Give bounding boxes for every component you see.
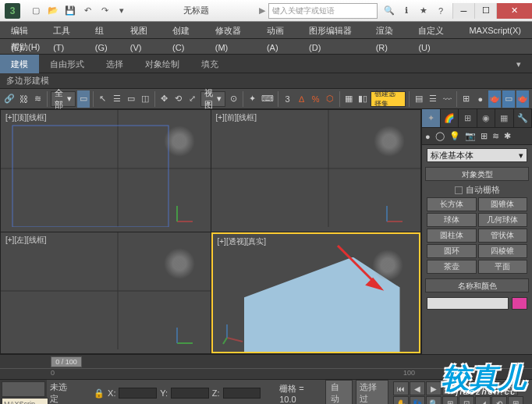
walk-icon[interactable]: 👣 [410,396,425,404]
select-name-icon[interactable]: ☰ [111,90,123,108]
bind-icon[interactable]: ≋ [31,90,44,108]
coord-z-input[interactable] [223,388,261,399]
menu-customize[interactable]: 自定义(U) [410,22,461,39]
coord-y-input[interactable] [171,388,209,399]
menu-views[interactable]: 视图(V) [122,22,165,39]
selection-filter[interactable]: 全部▾ [51,91,76,107]
menu-group[interactable]: 组(G) [87,22,122,39]
search-input[interactable]: 键入关键字或短语 [268,3,378,19]
btn-teapot[interactable]: 茶壶 [427,260,477,274]
btn-box[interactable]: 长方体 [427,197,477,211]
menu-modifiers[interactable]: 修改器(M) [207,22,259,39]
manipulate-icon[interactable]: ✦ [246,90,259,108]
info-icon[interactable]: ℹ [399,4,413,18]
menu-edit[interactable]: 编辑(E) [3,22,45,39]
tab-hierarchy[interactable]: ⊞ [459,109,477,127]
close-button[interactable]: ✕ [496,3,532,19]
viewcube[interactable] [374,126,405,157]
viewport-left[interactable]: [+][左][线框] [1,232,211,354]
menu-tools[interactable]: 工具(T) [45,22,87,39]
binoculars-icon[interactable]: 🔍 [382,4,396,18]
rotate-icon[interactable]: ⟲ [172,90,185,108]
refcoord-dropdown[interactable]: 视图▾ [200,91,225,107]
save-icon[interactable]: 💾 [62,4,78,18]
trackview-mini[interactable] [2,381,45,397]
autokey-button[interactable]: 自动 [325,380,353,404]
btn-torus[interactable]: 圆环 [427,244,477,258]
viewport-top[interactable]: [+][顶][线框] [1,110,211,232]
tab-modify[interactable]: 🌈 [441,109,459,127]
btn-tube[interactable]: 管状体 [478,229,528,243]
move-icon[interactable]: ✥ [158,90,171,108]
time-slider[interactable]: 0 / 100 [51,356,82,367]
goto-start-icon[interactable]: ⏮ [393,381,409,395]
align-icon[interactable]: ▤ [413,90,425,108]
pan-icon[interactable]: ✋ [393,396,409,404]
ribbon-collapse-icon[interactable]: ▾ [505,55,532,73]
redo-icon[interactable]: ↷ [97,4,112,18]
select-object-icon[interactable]: ↖ [97,90,109,108]
viewcube[interactable] [164,248,195,279]
lights-icon[interactable]: 💡 [449,131,460,141]
curve-editor-icon[interactable]: 〰 [441,90,453,108]
spinner-snap-icon[interactable]: ⬡ [324,90,336,108]
prev-frame-icon[interactable]: ◀ [410,381,425,395]
tab-populate[interactable]: 填充 [190,55,229,73]
ribbon-panel-label[interactable]: 多边形建模 [6,75,49,87]
undo-icon[interactable]: ↶ [80,4,95,18]
menu-animation[interactable]: 动画(A) [259,22,301,39]
window-crossing-icon[interactable]: ◫ [139,90,151,108]
named-sel-icon[interactable]: ▦ [342,90,355,108]
open-icon[interactable]: 📂 [45,4,61,18]
helpers-icon[interactable]: ⊞ [481,131,488,141]
app-icon[interactable]: 3 [5,3,20,19]
tab-create[interactable]: ✦ [422,109,441,127]
select-icon[interactable]: ▭ [77,90,90,108]
material-icon[interactable]: ● [474,90,487,108]
category-dropdown[interactable]: 标准基本体▾ [427,148,527,162]
tab-objectpaint[interactable]: 对象绘制 [134,55,190,73]
render-setup-icon[interactable]: 🫖 [488,90,501,108]
cameras-icon[interactable]: 📷 [465,131,476,141]
help-icon[interactable]: ? [434,4,448,18]
unlink-icon[interactable]: ⛓ [17,90,30,108]
render-frame-icon[interactable]: ▭ [502,90,515,108]
btn-plane[interactable]: 平面 [478,260,528,274]
menu-create[interactable]: 创建(C) [165,22,207,39]
viewcube[interactable] [164,126,195,157]
link-icon[interactable]: 🔗 [3,90,16,108]
shapes-icon[interactable]: ◯ [435,131,445,141]
selection-set-dropdown[interactable]: 创建选择集 [371,91,406,107]
percent-snap-icon[interactable]: % [310,90,322,108]
menu-graph[interactable]: 图形编辑器(D) [301,22,368,39]
new-icon[interactable]: ▢ [28,4,44,18]
object-color-swatch[interactable] [512,297,527,310]
play-icon[interactable]: ▶ [426,381,442,395]
tab-selection[interactable]: 选择 [95,55,134,73]
rollout-object-type[interactable]: 对象类型 [425,167,529,181]
btn-sphere[interactable]: 球体 [427,213,477,227]
btn-geosphere[interactable]: 几何球体 [478,213,528,227]
systems-icon[interactable]: ✱ [504,131,511,141]
maxscript-listener[interactable]: MAXScrip [2,398,48,404]
dropdown-icon[interactable]: ▾ [114,4,129,18]
menu-help[interactable]: 帮助(H) [3,38,48,55]
angle-snap-icon[interactable]: ∆ [296,90,308,108]
snap-icon[interactable]: 3 [282,90,294,108]
tab-freeform[interactable]: 自由形式 [39,55,95,73]
btn-cylinder[interactable]: 圆柱体 [427,229,477,243]
coord-x-input[interactable] [119,388,157,399]
menu-maxscript[interactable]: MAXScript(X) [461,22,529,39]
object-name-input[interactable] [427,297,509,310]
btn-pyramid[interactable]: 四棱锥 [478,244,528,258]
selection-filter-btn[interactable]: 选择过 [356,380,388,404]
tab-utilities[interactable]: 🔧 [514,109,533,127]
autogrid-checkbox[interactable] [455,186,463,194]
rollout-name-color[interactable]: 名称和颜色 [425,278,529,292]
scale-icon[interactable]: ⤢ [186,90,199,108]
zoom-icon[interactable]: 🔍 [426,396,442,404]
layers-icon[interactable]: ☰ [427,90,439,108]
tab-display[interactable]: ▦ [495,109,514,127]
viewport-perspective[interactable]: [+][透视][真实] [211,232,421,354]
maximize-button[interactable]: ☐ [474,3,496,19]
